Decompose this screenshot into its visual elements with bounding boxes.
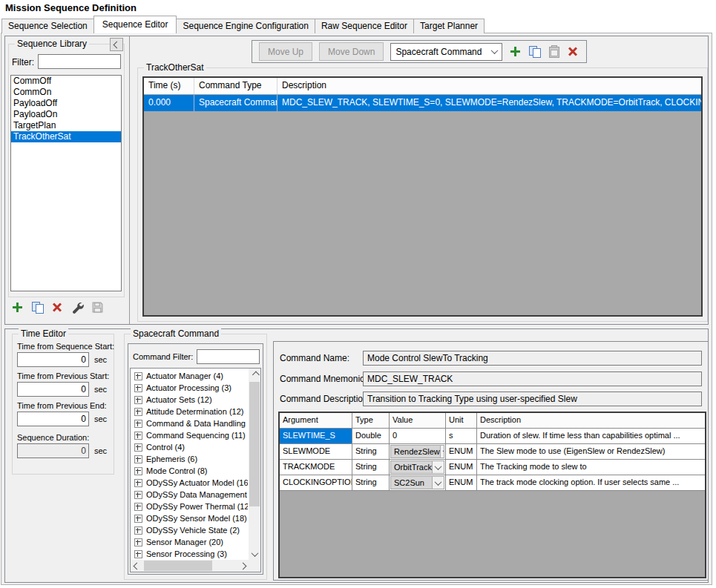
time-from-previous-end-input[interactable] — [17, 412, 89, 426]
scroll-left-icon[interactable] — [131, 560, 142, 572]
tree-item[interactable]: Actuator Processing (3) — [131, 382, 248, 394]
cell-command-type[interactable]: Spacecraft Command — [194, 95, 277, 111]
tree-item[interactable]: Ephemeris (6) — [131, 453, 248, 465]
expand-icon[interactable] — [134, 432, 142, 440]
cell-value[interactable]: 0 — [390, 429, 446, 444]
tree-item[interactable]: Sensor Processing (3) — [131, 548, 248, 559]
paste-command-icon[interactable] — [548, 45, 560, 58]
expand-icon[interactable] — [134, 396, 142, 404]
expand-icon[interactable] — [134, 503, 142, 511]
tree-item[interactable]: Actuator Sets (12) — [131, 394, 248, 406]
cell-argument-selected[interactable]: SLEWTIME_S — [280, 429, 352, 444]
value-select[interactable]: OrbitTrack — [390, 460, 444, 474]
expand-icon[interactable] — [134, 455, 142, 463]
cell-unit[interactable]: ENUM — [446, 444, 477, 460]
move-up-button[interactable]: Move Up — [259, 42, 312, 61]
value-select[interactable]: RendezSlew — [390, 445, 444, 458]
cell-argument[interactable]: SLEWMODE — [280, 444, 352, 460]
delete-icon[interactable] — [51, 301, 64, 314]
command-mnemonic-field[interactable]: MDC_SLEW_TRACK — [363, 371, 702, 386]
tab-sequence-editor[interactable]: Sequence Editor — [93, 16, 177, 33]
expand-icon[interactable] — [134, 372, 142, 380]
tree-item[interactable]: Sensor Manager (20) — [131, 536, 248, 548]
table-row[interactable]: SLEWTIME_S Double 0 s Duration of slew. … — [280, 429, 705, 444]
tree-item[interactable]: ODySSy Power Thermal (12) — [131, 501, 248, 512]
library-filter-input[interactable] — [38, 54, 121, 69]
command-name-field[interactable]: Mode Control SlewTo Tracking — [363, 351, 702, 366]
add-command-icon[interactable] — [509, 45, 522, 58]
chevron-down-icon[interactable] — [440, 446, 444, 457]
tree-item[interactable]: Command Sequencing (11) — [131, 429, 248, 441]
expand-icon[interactable] — [134, 479, 142, 487]
horizontal-scrollbar[interactable] — [131, 560, 249, 572]
cell-type[interactable]: String — [352, 475, 390, 491]
cell-arg-description[interactable]: The Tracking mode to slew to — [477, 460, 705, 475]
move-down-button[interactable]: Move Down — [319, 42, 384, 61]
tree-item[interactable]: Attitude Determination (12) — [131, 406, 248, 417]
list-item-selected[interactable]: TrackOtherSat — [11, 131, 121, 142]
cell-arg-description[interactable]: The track mode clocking option. If user … — [477, 475, 705, 491]
tree-item[interactable]: Command & Data Handling (34) — [131, 417, 248, 429]
tab-sequence-engine-configuration[interactable]: Sequence Engine Configuration — [176, 19, 315, 33]
copy-icon[interactable] — [31, 301, 44, 314]
cell-unit[interactable]: s — [446, 429, 477, 444]
scrollbar-thumb[interactable] — [249, 382, 260, 506]
cell-argument[interactable]: CLOCKINGOPTION — [280, 475, 352, 491]
chevron-down-icon[interactable] — [432, 477, 444, 489]
tab-target-planner[interactable]: Target Planner — [413, 19, 485, 33]
column-header-type[interactable]: Type — [352, 413, 390, 429]
cell-type[interactable]: String — [352, 460, 390, 475]
add-icon[interactable] — [11, 301, 24, 314]
list-item[interactable]: TargetPlan — [11, 120, 121, 131]
expand-icon[interactable] — [134, 467, 142, 475]
table-row-selected[interactable]: 0.000 Spacecraft Command MDC_SLEW_TRACK,… — [144, 95, 701, 111]
vertical-scrollbar[interactable] — [249, 369, 260, 560]
collapse-library-button[interactable] — [110, 38, 123, 51]
wrench-icon[interactable] — [71, 301, 84, 314]
table-row[interactable]: CLOCKINGOPTION String SC2Sun ENUM The tr… — [280, 475, 705, 491]
tree-item[interactable]: ODySSy Sensor Model (18) — [131, 512, 248, 524]
expand-icon[interactable] — [134, 550, 142, 558]
cell-type[interactable]: String — [352, 444, 390, 460]
list-item[interactable]: CommOff — [11, 76, 121, 87]
scroll-right-icon[interactable] — [237, 560, 249, 572]
save-icon[interactable] — [91, 301, 104, 314]
column-header-value[interactable]: Value — [390, 413, 446, 429]
cell-arg-description[interactable]: Duration of slew. If time less than capa… — [477, 429, 705, 444]
column-header-command-type[interactable]: Command Type — [194, 78, 277, 94]
list-item[interactable]: PayloadOff — [11, 98, 121, 109]
scroll-down-icon[interactable] — [249, 548, 260, 560]
column-header-argument[interactable]: Argument — [280, 413, 352, 429]
tree-item[interactable]: ODySSy Actuator Model (16) — [131, 477, 248, 489]
cell-time[interactable]: 0.000 — [144, 95, 194, 111]
time-from-sequence-start-input[interactable] — [17, 352, 89, 367]
tree-item[interactable]: ODySSy Data Management (7) — [131, 489, 248, 501]
tree-item[interactable]: Actuator Manager (4) — [131, 370, 248, 382]
cell-description[interactable]: MDC_SLEW_TRACK, SLEWTIME_S=0, SLEWMODE=R… — [277, 95, 701, 111]
chevron-down-icon[interactable] — [432, 461, 444, 473]
expand-icon[interactable] — [134, 491, 142, 499]
delete-command-icon[interactable] — [567, 45, 579, 58]
column-header-time[interactable]: Time (s) — [144, 78, 194, 94]
scrollbar-thumb[interactable] — [144, 561, 212, 571]
expand-icon[interactable] — [134, 443, 142, 452]
list-item[interactable]: PayloadOn — [11, 109, 121, 120]
cell-arg-description[interactable]: The Slew mode to use (EigenSlew or Rende… — [477, 444, 705, 460]
time-from-previous-start-input[interactable] — [17, 382, 89, 397]
command-filter-input[interactable] — [197, 349, 260, 364]
table-row[interactable]: SLEWMODE String RendezSlew ENUM The Slew… — [280, 444, 705, 460]
cell-unit[interactable]: ENUM — [446, 460, 477, 475]
expand-icon[interactable] — [134, 515, 142, 523]
expand-icon[interactable] — [134, 526, 142, 535]
cell-unit[interactable]: ENUM — [446, 475, 477, 491]
command-description-field[interactable]: Transition to Tracking Type using user-s… — [363, 392, 702, 406]
copy-command-icon[interactable] — [528, 45, 541, 58]
expand-icon[interactable] — [134, 538, 142, 546]
list-item[interactable]: CommOn — [11, 87, 121, 98]
cell-type[interactable]: Double — [352, 429, 390, 444]
tab-raw-sequence-editor[interactable]: Raw Sequence Editor — [315, 19, 414, 33]
cell-argument[interactable]: TRACKMODE — [280, 460, 352, 475]
tree-item[interactable]: ODySSy Vehicle State (2) — [131, 524, 248, 536]
tree-item[interactable]: Mode Control (8) — [131, 465, 248, 477]
expand-icon[interactable] — [134, 408, 142, 416]
